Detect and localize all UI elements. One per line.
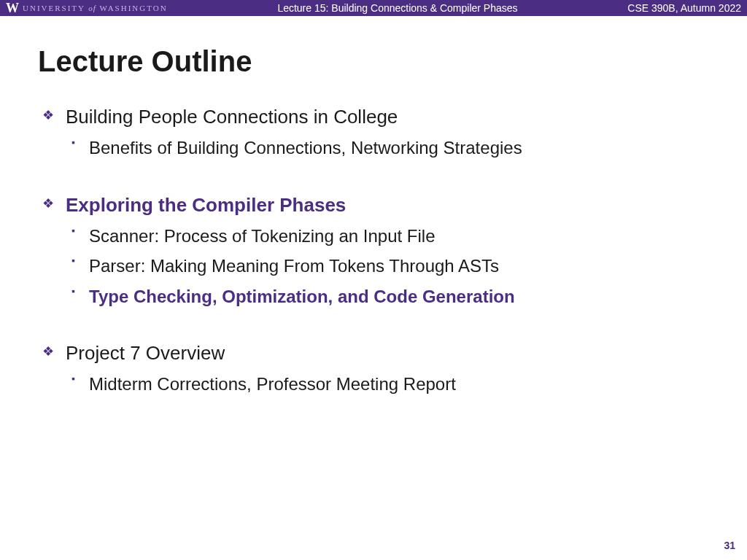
outline-subitem: Type Checking, Optimization, and Code Ge…	[66, 284, 709, 309]
header-bar: W UNIVERSITY of WASHINGTON Lecture 15: B…	[0, 0, 747, 16]
outline-item: Project 7 OverviewMidterm Corrections, P…	[38, 342, 709, 397]
outline-subitem: Midterm Corrections, Professor Meeting R…	[66, 372, 709, 397]
outline-subitem: Parser: Making Meaning From Tokens Throu…	[66, 254, 709, 279]
outline-subitem: Scanner: Process of Tokenizing an Input …	[66, 224, 709, 249]
outline-item: Building People Connections in CollegeBe…	[38, 106, 709, 160]
page-number: 31	[724, 540, 735, 551]
uw-university-text: UNIVERSITY of WASHINGTON	[23, 4, 168, 12]
outline-item-text: Exploring the Compiler Phases	[66, 194, 346, 216]
uw-text-of: of	[88, 4, 96, 12]
uw-text-university: UNIVERSITY	[23, 4, 85, 12]
outline-sublist: Scanner: Process of Tokenizing an Input …	[66, 224, 709, 309]
outline-sublist: Benefits of Building Connections, Networ…	[66, 136, 709, 160]
uw-text-washington: WASHINGTON	[99, 4, 167, 12]
uw-w-icon: W	[6, 1, 18, 16]
outline-item-text: Building People Connections in College	[66, 106, 398, 128]
uw-logo: W UNIVERSITY of WASHINGTON	[6, 1, 168, 16]
lecture-title: Lecture 15: Building Connections & Compi…	[168, 2, 628, 14]
course-label: CSE 390B, Autumn 2022	[627, 2, 741, 14]
outline-subitem: Benefits of Building Connections, Networ…	[66, 136, 709, 160]
outline-sublist: Midterm Corrections, Professor Meeting R…	[66, 372, 709, 397]
outline-list: Building People Connections in CollegeBe…	[38, 106, 709, 397]
outline-item-text: Project 7 Overview	[66, 342, 225, 364]
outline-item: Exploring the Compiler PhasesScanner: Pr…	[38, 194, 709, 309]
slide-content: Lecture Outline Building People Connecti…	[0, 16, 747, 397]
slide-title: Lecture Outline	[38, 45, 709, 78]
